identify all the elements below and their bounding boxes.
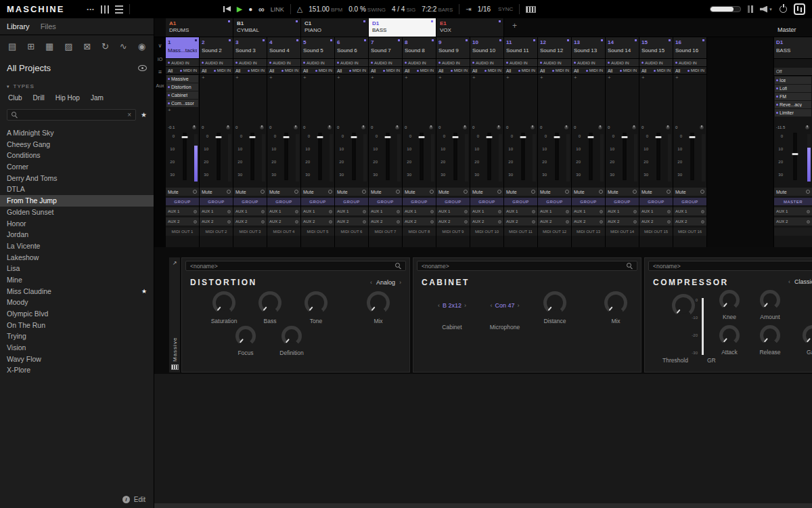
add-plugin-button[interactable]: + [639, 75, 673, 81]
project-item[interactable]: Olympic Blvd [0, 308, 154, 320]
group-route-button[interactable]: GROUP [639, 198, 673, 205]
aux2-row[interactable]: AUX 2 [504, 217, 537, 226]
aux1-row[interactable]: AUX 1 [200, 207, 233, 215]
aux1-row[interactable]: AUX 1 [233, 207, 267, 215]
sig-value[interactable]: 4 / 4 [392, 5, 405, 13]
aux2-knob[interactable] [430, 220, 434, 224]
aux1-knob[interactable] [566, 210, 569, 213]
edit-button[interactable]: Edit [134, 496, 145, 503]
aux1-knob[interactable] [430, 210, 434, 213]
pan-knob[interactable] [462, 125, 468, 130]
pan-knob[interactable] [496, 125, 501, 130]
project-item[interactable]: Lisa [0, 263, 154, 274]
project-item[interactable]: Wavy Flow [0, 354, 154, 365]
channel-strip[interactable]: 7 Sound 7 AUDIO IN All MIDI IN + 0 01020 [369, 37, 403, 247]
channel-strip[interactable]: 3 Sound 3 AUDIO IN All MIDI IN + 0 01020 [233, 37, 267, 247]
master-route-button[interactable]: MASTER [774, 198, 812, 205]
microphone-selector[interactable]: ‹Con 47› Microphone [478, 291, 531, 331]
eye-icon[interactable] [138, 65, 147, 71]
mute-button[interactable]: Mute [403, 188, 436, 196]
aux1-row[interactable]: AUX 1 [504, 207, 537, 215]
midi-in-row[interactable]: All MIDI IN [166, 67, 199, 75]
fader-track[interactable] [346, 133, 361, 186]
search-box[interactable]: × [7, 109, 136, 121]
add-plugin-button[interactable]: + [369, 75, 402, 81]
channel-strip[interactable]: 12 Sound 12 AUDIO IN All MIDI IN + 0 010 [538, 37, 572, 247]
aux2-row[interactable]: AUX 2 [267, 217, 300, 226]
mute-button[interactable]: Mute [166, 188, 199, 196]
audio-in-row[interactable]: AUDIO IN [301, 59, 334, 67]
aux2-knob[interactable] [566, 220, 569, 224]
mute-button[interactable]: Mute [335, 188, 368, 196]
master-volume-slider[interactable] [710, 6, 741, 12]
type-tag-jam[interactable]: Jam [91, 94, 104, 102]
gain-knob[interactable] [803, 325, 812, 345]
fader-handle[interactable] [283, 136, 289, 138]
channel-header[interactable]: 3 Sound 3 [233, 37, 267, 59]
audio-in-row[interactable]: AUDIO IN [572, 59, 605, 67]
group-route-button[interactable]: GROUP [267, 198, 300, 205]
aux1-row[interactable]: AUX 1 [436, 207, 470, 215]
audio-in-row[interactable]: AUDIO IN [470, 59, 503, 67]
midi-out-row[interactable]: MIDI OUT 2 [200, 228, 233, 236]
collapse-chevron-icon[interactable]: ∨ [158, 43, 162, 49]
tab-files[interactable]: Files [41, 22, 56, 30]
fader-track[interactable] [312, 133, 328, 186]
channel-strip[interactable]: 11 Sound 11 AUDIO IN All MIDI IN + 0 010 [504, 37, 538, 247]
group-tab-d1[interactable]: D1BASS [369, 18, 436, 37]
group-route-button[interactable]: GROUP [572, 198, 605, 205]
info-icon[interactable]: i [122, 496, 130, 503]
aux2-row[interactable]: AUX 2 [470, 217, 503, 226]
midi-in-row[interactable]: All MIDI IN [639, 67, 673, 75]
swing-value[interactable]: 0.0 % [348, 5, 366, 13]
channel-strip[interactable]: 1 Mass...tacks AUDIO IN All MIDI IN Mass… [166, 37, 200, 247]
channel-strip[interactable]: 2 Sound 2 AUDIO IN All MIDI IN + 0 01020 [200, 37, 233, 247]
plugin-slot[interactable]: Distortion [166, 83, 198, 91]
midi-out-row[interactable]: MIDI OUT 16 [673, 228, 706, 236]
aux2-knob[interactable] [227, 220, 231, 224]
midi-out-row[interactable]: MIDI OUT 11 [504, 228, 537, 236]
mute-button[interactable]: Mute [369, 188, 402, 196]
project-item[interactable]: Moody [0, 297, 154, 308]
midi-out-row[interactable]: MIDI OUT 6 [335, 228, 368, 236]
aux2-row[interactable]: AUX 2 [538, 217, 571, 226]
aux2-knob[interactable] [397, 220, 400, 224]
plugin-slot[interactable]: Lofi [775, 85, 811, 92]
aux1-row[interactable]: AUX 1 [267, 207, 300, 215]
midi-in-row[interactable]: All MIDI IN [233, 67, 267, 75]
type-tag-club[interactable]: Club [8, 94, 22, 102]
group-route-button[interactable]: GROUP [436, 198, 470, 205]
midi-in-row[interactable]: All MIDI IN [606, 67, 639, 75]
add-plugin-button[interactable]: + [538, 75, 571, 81]
mute-button[interactable]: Mute [572, 188, 605, 196]
project-item[interactable]: A Midnight Sky [0, 127, 154, 139]
channel-header[interactable]: 4 Sound 4 [267, 37, 300, 59]
routing-rows-icon[interactable]: ≡ [158, 68, 162, 75]
midi-in-row[interactable]: All MIDI IN [538, 67, 571, 75]
channel-header[interactable]: 5 Sound 5 [301, 37, 334, 59]
saturation-knob[interactable] [212, 291, 235, 314]
channel-strip[interactable]: 15 Sound 15 AUDIO IN All MIDI IN + 0 010 [639, 37, 673, 247]
plugin-slot[interactable]: Reve...acy [775, 101, 811, 108]
loop-button[interactable]: ∞ [258, 5, 265, 14]
channel-strip[interactable]: 8 Sound 8 AUDIO IN All MIDI IN + 0 01020 [403, 37, 436, 247]
aux1-row[interactable]: AUX 1 [606, 207, 639, 215]
sounds-filter-icon[interactable]: ▦ [45, 41, 53, 51]
add-plugin-button[interactable]: + [572, 75, 605, 81]
pan-knob[interactable] [631, 125, 637, 130]
mute-button[interactable]: Mute [606, 188, 639, 196]
distance-knob[interactable] [543, 291, 566, 314]
pan-knob[interactable] [293, 125, 298, 130]
fader-track[interactable] [650, 133, 666, 186]
instruments-filter-icon[interactable]: ▨ [64, 41, 72, 51]
audio-in-row[interactable]: AUDIO IN [538, 59, 571, 67]
types-header[interactable]: ▾ TYPES [0, 78, 154, 91]
group-route-button[interactable]: GROUP [301, 198, 334, 205]
midi-in-row[interactable]: All MIDI IN [369, 67, 402, 75]
fader-track[interactable] [481, 133, 497, 186]
channel-strip[interactable]: 9 Sound 9 AUDIO IN All MIDI IN + 0 01020 [436, 37, 470, 247]
fader-handle[interactable] [249, 136, 255, 138]
channel-header[interactable]: 9 Sound 9 [436, 37, 470, 59]
cabinet-selector[interactable]: ‹B 2x12› Cabinet [426, 291, 478, 331]
group-tab-a1[interactable]: A1DRUMS [166, 18, 233, 37]
